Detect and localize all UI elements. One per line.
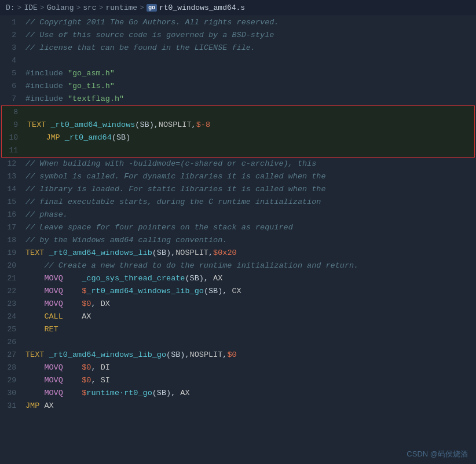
breadcrumb-ide: IDE bbox=[24, 3, 37, 12]
table-row: 13 // symbol is called. For dynamic libr… bbox=[0, 170, 476, 183]
table-row: 9 TEXT _rt0_amd64_windows(SB),NOSPLIT,$-… bbox=[2, 119, 474, 131]
code-area: 1 // Copyright 2011 The Go Authors. All … bbox=[0, 16, 476, 412]
table-row: 1 // Copyright 2011 The Go Authors. All … bbox=[0, 16, 476, 29]
table-row: 24 CALL AX bbox=[0, 310, 476, 323]
breadcrumb-src: src bbox=[83, 3, 96, 12]
table-row: 27 TEXT _rt0_amd64_windows_lib_go(SB),NO… bbox=[0, 349, 476, 361]
table-row: 19 TEXT _rt0_amd64_windows_lib(SB),NOSPL… bbox=[0, 247, 476, 260]
table-row: 2 // Use of this source code is governed… bbox=[0, 29, 476, 42]
table-row: 6 #include "go_tls.h" bbox=[0, 80, 476, 93]
table-row: 7 #include "textflag.h" bbox=[0, 93, 476, 105]
table-row: 25 RET bbox=[0, 323, 476, 336]
table-row: 23 MOVQ $0, DX bbox=[0, 298, 476, 310]
table-row: 4 bbox=[0, 54, 476, 67]
breadcrumb-runtime: runtime bbox=[105, 3, 137, 12]
table-row: 31 JMP AX bbox=[0, 400, 476, 412]
table-row: 15 // final executable starts, during th… bbox=[0, 196, 476, 209]
table-row: 16 // phase. bbox=[0, 209, 476, 221]
table-row: 14 // library is loaded. For static libr… bbox=[0, 183, 476, 196]
breadcrumb-d: D: bbox=[6, 3, 15, 12]
table-row: 11 bbox=[2, 144, 474, 157]
breadcrumb: D: > IDE > Golang > src > runtime > go r… bbox=[0, 0, 476, 16]
table-row: 29 MOVQ $0, SI bbox=[0, 374, 476, 387]
table-row: 12 // When building with -buildmode=(c-s… bbox=[0, 158, 476, 170]
breadcrumb-golang: Golang bbox=[47, 3, 74, 12]
watermark: CSDN @码侯烧酒 bbox=[407, 449, 468, 459]
table-row: 20 // Create a new thread to do the runt… bbox=[0, 260, 476, 272]
table-row: 3 // license that can be found in the LI… bbox=[0, 42, 476, 54]
table-row: 5 #include "go_asm.h" bbox=[0, 67, 476, 80]
table-row: 17 // Leave space for four pointers on t… bbox=[0, 221, 476, 234]
table-row: 22 MOVQ $_rt0_amd64_windows_lib_go(SB), … bbox=[0, 285, 476, 298]
table-row: 18 // by the Windows amd64 calling conve… bbox=[0, 234, 476, 247]
table-row: 26 bbox=[0, 336, 476, 349]
table-row: 8 bbox=[2, 106, 474, 119]
table-row: 30 MOVQ $runtime·rt0_go(SB), AX bbox=[0, 387, 476, 400]
table-row: 10 JMP _rt0_amd64(SB) bbox=[2, 131, 474, 144]
breadcrumb-filename: rt0_windows_amd64.s bbox=[159, 3, 245, 12]
file-type-icon: go bbox=[147, 4, 157, 12]
table-row: 21 MOVQ _cgo_sys_thread_create(SB), AX bbox=[0, 272, 476, 285]
table-row: 28 MOVQ $0, DI bbox=[0, 361, 476, 374]
